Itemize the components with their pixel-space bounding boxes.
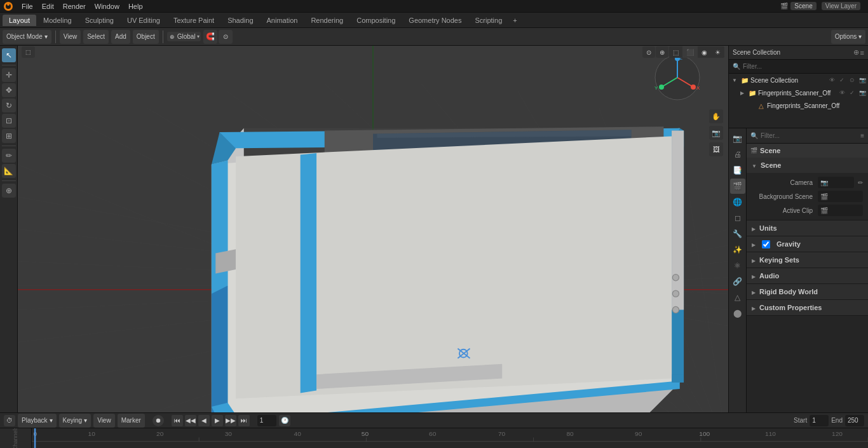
outliner-search-input[interactable]	[743, 63, 864, 70]
prop-tab-view-layer[interactable]: 📑	[730, 163, 745, 178]
snap-toggle[interactable]: 🧲	[203, 30, 217, 44]
rigid-body-header[interactable]: Rigid Body World	[747, 284, 868, 299]
timeline-type-icon[interactable]: ⏱	[4, 415, 15, 426]
menu-help[interactable]: Help	[125, 1, 147, 11]
prop-tab-output[interactable]: 🖨	[730, 147, 745, 162]
expand-fingerprints-collection[interactable]: ▶	[738, 88, 747, 97]
end-frame-field[interactable]: 250	[845, 415, 864, 426]
step-forward-btn[interactable]: ▶▶	[225, 415, 236, 426]
sub-exclude-toggle[interactable]: ✓	[848, 88, 857, 97]
options-btn[interactable]: Options ▾	[831, 30, 865, 44]
prop-tab-data[interactable]: △	[730, 290, 745, 305]
view-menu[interactable]: View	[60, 30, 81, 44]
render-toggle[interactable]: 📷	[858, 76, 867, 85]
tool-cursor[interactable]: ✛	[2, 68, 16, 82]
keying-sets-header[interactable]: Keying Sets	[747, 252, 868, 268]
camera-edit-icon[interactable]: ✏	[858, 179, 863, 186]
prop-tab-world[interactable]: 🌐	[730, 194, 745, 210]
tool-transform[interactable]: ⊞	[2, 129, 16, 143]
timeline-view-menu[interactable]: View	[93, 414, 115, 428]
shading-material[interactable]: ◉	[698, 46, 711, 58]
frame-clock-icon[interactable]: 🕐	[279, 415, 290, 426]
properties-options-icon[interactable]: ≡	[860, 132, 864, 139]
shading-wireframe[interactable]: ⬚	[669, 46, 682, 58]
menu-render[interactable]: Render	[59, 1, 90, 11]
sub-visibility-toggle[interactable]: 👁	[837, 88, 846, 97]
view-layer-selector[interactable]: View Layer	[822, 2, 860, 10]
play-back-btn[interactable]: ◀	[198, 415, 210, 426]
scene-subsection-header[interactable]: Scene	[747, 158, 868, 173]
properties-search-input[interactable]	[761, 132, 858, 139]
select-menu[interactable]: Select	[83, 30, 109, 44]
prop-tab-particles[interactable]: ✨	[730, 242, 745, 257]
record-btn[interactable]: ⏺	[153, 415, 164, 426]
viewport-navigator[interactable]: X Y Z	[652, 52, 703, 103]
jump-start-btn[interactable]: ⏮	[172, 415, 183, 426]
scene-selector[interactable]: Scene	[790, 2, 816, 10]
viewport-gizmo[interactable]: ⊕	[656, 46, 668, 58]
tab-compositing[interactable]: Compositing	[350, 15, 402, 26]
shading-solid[interactable]: ⬛	[682, 46, 698, 58]
background-scene-field[interactable]: 🎬	[818, 191, 863, 202]
menu-edit[interactable]: Edit	[38, 1, 58, 11]
tool-add[interactable]: ⊕	[2, 184, 16, 198]
tab-geometry-nodes[interactable]: Geometry Nodes	[402, 15, 468, 26]
timeline-ruler[interactable]: 0 10 20 30 40 50 60 70 80 90 100 110 120	[32, 428, 868, 448]
keying-menu[interactable]: Keying▾	[59, 414, 92, 428]
prop-tab-object[interactable]: ◻	[730, 210, 745, 226]
custom-props-header[interactable]: Custom Properties	[747, 300, 868, 315]
viewport-3d[interactable]: ⬚ ⊙ ⊕ ⬚ ⬛ ◉ ☀ User Perspective (1)	[18, 46, 728, 412]
tab-uv-editing[interactable]: UV Editing	[121, 15, 166, 26]
outliner-row-fingerprints-collection[interactable]: ▶ 📁 Fingerprints_Scanner_Off 👁 ✓ 📷	[729, 86, 868, 99]
audio-header[interactable]: Audio	[747, 268, 868, 283]
tab-rendering[interactable]: Rendering	[304, 15, 349, 26]
tool-annotate[interactable]: ✏	[2, 149, 16, 163]
scene-section-header[interactable]: 🎬 Scene	[747, 144, 868, 158]
hide-viewport-toggle[interactable]: ⊙	[848, 76, 857, 85]
prop-tab-modifier[interactable]: 🔧	[730, 226, 745, 241]
prop-tab-material[interactable]: ⬤	[730, 306, 745, 321]
jump-end-btn[interactable]: ⏭	[238, 415, 250, 426]
viewport-shading-wireframe[interactable]: ⬚	[22, 46, 35, 58]
proportional-edit[interactable]: ⊙	[219, 30, 233, 44]
viewport-render-region[interactable]: 🖼	[709, 142, 723, 156]
active-clip-field[interactable]: 🎬	[818, 205, 863, 216]
camera-field[interactable]: 📷	[818, 177, 854, 188]
marker-menu[interactable]: Marker	[118, 414, 145, 428]
menu-window[interactable]: Window	[91, 1, 123, 11]
start-frame-field[interactable]: 1	[810, 415, 829, 426]
sub-render-toggle[interactable]: 📷	[858, 88, 867, 97]
exclude-toggle[interactable]: ✓	[837, 76, 846, 85]
outliner-filter-icon[interactable]: ⊕	[853, 48, 859, 57]
tool-rotate[interactable]: ↻	[2, 98, 16, 112]
prop-tab-render[interactable]: 📷	[730, 131, 745, 146]
outliner-row-fingerprints-object[interactable]: △ Fingerprints_Scanner_Off	[729, 99, 868, 112]
units-header[interactable]: Units	[747, 221, 868, 236]
object-mode-dropdown[interactable]: Object Mode ▾	[3, 30, 51, 44]
visibility-toggle[interactable]: 👁	[827, 76, 836, 85]
gravity-checkbox[interactable]	[762, 240, 770, 248]
outliner-settings-icon[interactable]: ≡	[860, 49, 864, 57]
object-menu[interactable]: Object	[133, 30, 159, 44]
tab-modeling[interactable]: Modeling	[37, 15, 78, 26]
tab-sculpting[interactable]: Sculpting	[79, 15, 120, 26]
prop-tab-scene[interactable]: 🎬	[730, 179, 745, 194]
tool-select[interactable]: ↖	[2, 48, 16, 62]
tab-shading[interactable]: Shading	[221, 15, 259, 26]
tool-scale[interactable]: ⊡	[2, 114, 16, 128]
gravity-header[interactable]: Gravity	[747, 236, 868, 252]
add-menu[interactable]: Add	[111, 30, 130, 44]
play-btn[interactable]: ▶	[212, 415, 223, 426]
transform-orient-label[interactable]: Global	[177, 33, 196, 40]
prop-tab-constraints[interactable]: 🔗	[730, 274, 745, 289]
current-frame-field[interactable]: 1	[257, 415, 276, 426]
viewport-hand[interactable]: ✋	[709, 109, 723, 123]
tab-animation[interactable]: Animation	[261, 15, 304, 26]
viewport-overlay[interactable]: ⊙	[642, 46, 655, 58]
tool-move[interactable]: ✥	[2, 83, 16, 97]
tab-texture-paint[interactable]: Texture Paint	[167, 15, 220, 26]
shading-rendered[interactable]: ☀	[711, 46, 724, 58]
menu-file[interactable]: File	[18, 1, 37, 11]
playback-menu[interactable]: Playback▾	[18, 414, 57, 428]
tab-layout[interactable]: Layout	[3, 15, 36, 26]
